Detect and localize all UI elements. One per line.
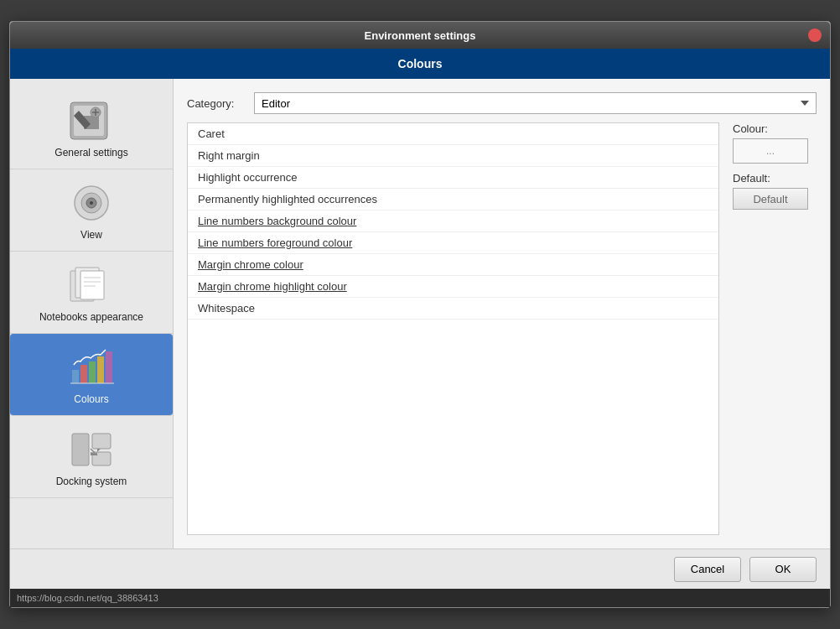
svg-point-6 — [90, 201, 93, 205]
sidebar-item-label-notebooks-appearance: Notebooks appearance — [39, 311, 143, 323]
category-select[interactable]: Editor General Syntax — [254, 92, 817, 114]
colour-section-label: Colour: — [733, 122, 817, 135]
sidebar-item-view[interactable]: View — [10, 169, 173, 252]
view-icon — [66, 179, 117, 226]
colour-section: Colour: ... — [733, 122, 817, 164]
content-area: General settings View — [10, 79, 830, 548]
main-window: Environment settings Colours — [9, 21, 831, 608]
window-title: Environment settings — [365, 29, 476, 42]
svg-rect-14 — [80, 365, 87, 383]
list-item-margin-chrome-highlight[interactable]: Margin chrome highlight colour — [188, 276, 718, 298]
header-title: Colours — [398, 57, 443, 70]
docking-system-icon — [66, 426, 117, 472]
svg-rect-19 — [72, 434, 89, 465]
header-bar: Colours — [10, 49, 830, 79]
default-section-label: Default: — [733, 172, 817, 185]
url-bar: https://blog.csdn.net/qq_38863413 — [10, 589, 830, 607]
default-section: Default: Default — [733, 172, 817, 210]
category-label: Category: — [187, 97, 246, 110]
sidebar: General settings View — [10, 79, 174, 548]
sidebar-item-label-docking-system: Docking system — [56, 476, 127, 487]
sidebar-item-colours[interactable]: Colours — [10, 334, 173, 416]
title-bar: Environment settings — [10, 22, 830, 49]
colour-list: Caret Right margin Highlight occurrence … — [187, 122, 719, 535]
list-item-whitespace[interactable]: Whitespace — [188, 298, 718, 320]
list-item-permanently-highlighted[interactable]: Permanently highlighted occurrences — [188, 189, 718, 211]
url-text: https://blog.csdn.net/qq_38863413 — [17, 593, 158, 603]
close-button[interactable] — [808, 29, 822, 42]
right-panel: Colour: ... Default: Default — [733, 122, 817, 535]
list-item-highlight-occurrence[interactable]: Highlight occurrence — [188, 167, 718, 189]
category-row: Category: Editor General Syntax — [187, 92, 817, 114]
svg-rect-16 — [97, 356, 104, 383]
two-col: Caret Right margin Highlight occurrence … — [187, 122, 817, 535]
cancel-button[interactable]: Cancel — [674, 557, 741, 582]
sidebar-item-notebooks-appearance[interactable]: Notebooks appearance — [10, 252, 173, 334]
sidebar-item-label-view: View — [80, 229, 102, 241]
sidebar-item-general-settings[interactable]: General settings — [10, 87, 173, 169]
list-item-caret[interactable]: Caret — [188, 123, 718, 145]
list-item-right-margin[interactable]: Right margin — [188, 145, 718, 167]
default-button[interactable]: Default — [733, 188, 808, 210]
sidebar-item-label-general-settings: General settings — [54, 147, 127, 159]
list-item-line-numbers-fg[interactable]: Line numbers foreground colour — [188, 232, 718, 254]
sidebar-item-label-colours: Colours — [74, 393, 108, 405]
ok-button[interactable]: OK — [749, 557, 817, 582]
footer: Cancel OK — [10, 548, 830, 589]
svg-rect-15 — [89, 361, 96, 383]
notebooks-appearance-icon — [66, 262, 117, 308]
sidebar-item-docking-system[interactable]: Docking system — [10, 416, 173, 498]
list-item-margin-chrome[interactable]: Margin chrome colour — [188, 254, 718, 276]
list-item-line-numbers-bg[interactable]: Line numbers background colour — [188, 211, 718, 232]
general-settings-icon — [66, 97, 117, 143]
svg-rect-9 — [80, 271, 104, 299]
colours-icon — [66, 344, 117, 390]
svg-rect-13 — [72, 370, 79, 383]
svg-rect-17 — [106, 351, 112, 383]
main-panel: Category: Editor General Syntax Caret Ri… — [174, 79, 830, 548]
colour-box[interactable]: ... — [733, 138, 808, 164]
svg-rect-20 — [92, 434, 111, 449]
